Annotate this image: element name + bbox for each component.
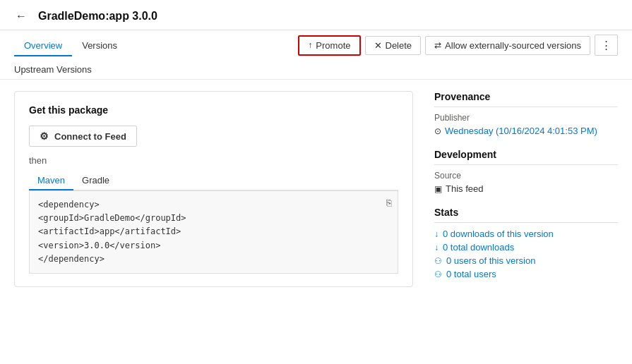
users-icon-1: ⚇ (434, 256, 442, 266)
source-value: ▣ This feed (434, 183, 618, 194)
code-tabs: Maven Gradle (29, 171, 398, 190)
tab-versions[interactable]: Versions (72, 35, 127, 56)
source-text: This feed (446, 183, 483, 194)
stats-section: Stats ↓ 0 downloads of this version ↓ 0 … (434, 207, 618, 279)
delete-icon: ✕ (374, 40, 382, 51)
development-section: Development Source ▣ This feed (434, 149, 618, 194)
stats-title: Stats (434, 207, 618, 223)
sub-nav: Upstream Versions (0, 60, 632, 80)
tabs-container: Overview Versions (14, 35, 127, 56)
main-content: Get this package ⚙ Connect to Feed then … (0, 80, 632, 303)
code-block: ⎘ <dependency> <groupId>GradleDemo</grou… (29, 190, 398, 274)
tab-overview[interactable]: Overview (14, 35, 72, 56)
users-icon-2: ⚇ (434, 269, 442, 279)
card-title: Get this package (29, 104, 398, 116)
page-title: GradleDemo:app 3.0.0 (38, 10, 157, 23)
upstream-versions-label: Upstream Versions (14, 64, 92, 75)
copy-icon[interactable]: ⎘ (386, 197, 392, 212)
more-options-button[interactable]: ⋮ (595, 35, 618, 56)
feed-icon: ▣ (434, 184, 442, 194)
stat-label-4: 0 total users (446, 269, 496, 279)
right-panel: Provenance Publisher ⊙ Wednesday (10/16/… (434, 91, 618, 292)
left-panel: Get this package ⚙ Connect to Feed then … (14, 91, 413, 292)
allow-icon: ⇄ (434, 40, 441, 50)
provenance-section: Provenance Publisher ⊙ Wednesday (10/16/… (434, 91, 618, 136)
promote-icon: ↑ (308, 40, 312, 50)
tab-maven[interactable]: Maven (29, 171, 73, 190)
publisher-label: Publisher (434, 113, 618, 123)
stat-label-3: 0 users of this version (446, 255, 535, 266)
stat-total-downloads: ↓ 0 total downloads (434, 242, 618, 253)
connect-to-feed-button[interactable]: ⚙ Connect to Feed (29, 126, 137, 147)
connect-label: Connect to Feed (54, 131, 126, 142)
download-icon-2: ↓ (434, 243, 439, 253)
stat-label-1: 0 downloads of this version (443, 229, 554, 239)
source-label: Source (434, 171, 618, 181)
stat-total-users: ⚇ 0 total users (434, 269, 618, 279)
provenance-title: Provenance (434, 91, 618, 107)
stat-label-2: 0 total downloads (443, 242, 514, 253)
development-title: Development (434, 149, 618, 165)
stat-downloads-version: ↓ 0 downloads of this version (434, 229, 618, 239)
tab-gradle[interactable]: Gradle (73, 171, 118, 190)
stat-users-version: ⚇ 0 users of this version (434, 255, 618, 266)
publisher-date: Wednesday (10/16/2024 4:01:53 PM) (445, 126, 597, 136)
promote-label: Promote (316, 40, 350, 51)
top-bar: ← GradleDemo:app 3.0.0 (0, 0, 632, 30)
tabs-toolbar-row: Overview Versions ↑ Promote ✕ Delete ⇄ A… (0, 30, 632, 60)
then-label: then (29, 155, 398, 166)
allow-externally-button[interactable]: ⇄ Allow externally-sourced versions (425, 36, 590, 55)
download-icon-1: ↓ (434, 229, 439, 239)
toolbar: ↑ Promote ✕ Delete ⇄ Allow externally-so… (298, 35, 618, 56)
allow-label: Allow externally-sourced versions (445, 40, 581, 51)
publisher-value: ⊙ Wednesday (10/16/2024 4:01:53 PM) (434, 126, 618, 136)
promote-button[interactable]: ↑ Promote (298, 35, 360, 56)
delete-button[interactable]: ✕ Delete (365, 36, 422, 55)
code-content: <dependency> <groupId>GradleDemo</groupI… (38, 198, 389, 266)
delete-label: Delete (386, 40, 412, 51)
clock-icon: ⊙ (434, 126, 441, 136)
connect-icon: ⚙ (40, 131, 49, 142)
package-card: Get this package ⚙ Connect to Feed then … (14, 91, 413, 287)
back-button[interactable]: ← (11, 8, 31, 24)
